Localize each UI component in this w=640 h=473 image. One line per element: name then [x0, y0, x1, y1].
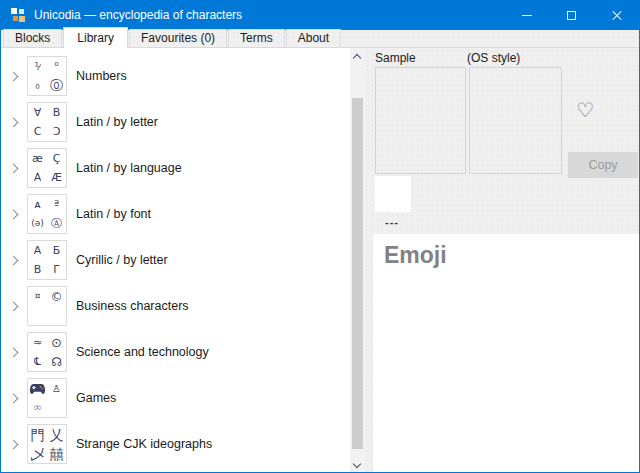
glyph: 乂 — [50, 428, 64, 442]
glyph: (ə) — [31, 219, 44, 228]
library-list: ⅟ ⁰ ₀ ⓪ Numbers ∀ Ḃ Ć Ɔ Latin / by lette… — [1, 48, 350, 472]
glyph: ª — [54, 199, 59, 210]
glyph: ᴀ — [34, 199, 41, 210]
list-item-label: Strange CJK ideographs — [76, 437, 212, 451]
category-icon-cjk: 門 乂 乄 囍 — [27, 424, 67, 464]
scroll-up-icon[interactable] — [353, 54, 361, 62]
gamepad-icon — [29, 383, 46, 395]
minimize-button[interactable] — [504, 0, 549, 30]
close-button[interactable] — [594, 0, 639, 30]
glyph: ≈ — [33, 337, 42, 348]
tab-about[interactable]: About — [286, 29, 341, 47]
os-style-label: (OS style) — [467, 51, 520, 65]
glyph: ⓪ — [50, 79, 63, 92]
glyph: ⅟ — [34, 61, 40, 72]
list-item-latin-by-language[interactable]: æ Ç Á Æ Latin / by language — [1, 145, 350, 191]
list-item-strange-cjk-ideographs[interactable]: 門 乂 乄 囍 Strange CJK ideographs — [1, 421, 350, 467]
glyph: Ɔ — [53, 126, 61, 137]
glyph: ♙ — [52, 384, 61, 394]
background-swatch — [375, 176, 411, 212]
list-scrollbar[interactable] — [350, 48, 365, 472]
list-item-label: Latin / by font — [76, 207, 151, 221]
chevron-right-icon[interactable] — [9, 163, 19, 173]
glyph: ¤ — [35, 292, 41, 301]
category-icon-games: ♙ ∞ — [27, 378, 67, 418]
scroll-down-icon[interactable] — [353, 460, 361, 468]
glyph: А́ — [34, 245, 42, 256]
list-item-label: Latin / by letter — [76, 115, 158, 129]
chevron-right-icon[interactable] — [9, 255, 19, 265]
favourite-heart-icon[interactable]: ♡ — [576, 100, 594, 120]
glyph: ∀ — [34, 107, 42, 118]
category-icon-latin-language: æ Ç Á Æ — [27, 148, 67, 188]
glyph: 囍 — [50, 447, 64, 461]
category-icon-latin-letter: ∀ Ḃ Ć Ɔ — [27, 102, 67, 142]
tab-library[interactable]: Library — [63, 27, 128, 48]
chevron-right-icon[interactable] — [9, 393, 19, 403]
maximize-icon — [567, 11, 576, 20]
chevron-right-icon[interactable] — [9, 439, 19, 449]
glyph: Б — [53, 245, 61, 256]
detail-panel: Sample (OS style) ♡ Copy --- Emoji — [365, 48, 639, 472]
glyph: 乄 — [31, 447, 45, 461]
list-item-label: Cyrillic / by letter — [76, 253, 168, 267]
list-item-label: Science and technology — [76, 345, 209, 359]
list-item-latin-by-letter[interactable]: ∀ Ḃ Ć Ɔ Latin / by letter — [1, 99, 350, 145]
list-item-cyrillic-by-letter[interactable]: А́ Б В Г Cyrillic / by letter — [1, 237, 350, 283]
list-item-latin-by-font[interactable]: ᴀ ª (ə) Ⓐ Latin / by font — [1, 191, 350, 237]
list-item-games[interactable]: ♙ ∞ Games — [1, 375, 350, 421]
code-placeholder: --- — [385, 216, 399, 228]
category-icon-latin-font: ᴀ ª (ə) Ⓐ — [27, 194, 67, 234]
chevron-right-icon[interactable] — [9, 301, 19, 311]
list-item-business-characters[interactable]: ¤ © Business characters — [1, 283, 350, 329]
maximize-button[interactable] — [549, 0, 594, 30]
description-panel: Emoji — [373, 234, 639, 472]
glyph: Ḃ — [53, 107, 61, 118]
app-logo-icon — [10, 7, 26, 23]
chevron-right-icon[interactable] — [9, 347, 19, 357]
category-heading: Emoji — [384, 242, 639, 269]
tab-blocks[interactable]: Blocks — [3, 29, 62, 47]
chevron-right-icon[interactable] — [9, 117, 19, 127]
sample-label: Sample — [375, 51, 416, 65]
glyph: Á — [34, 172, 42, 183]
os-style-preview-box — [469, 67, 562, 174]
list-item-numbers[interactable]: ⅟ ⁰ ₀ ⓪ Numbers — [1, 53, 350, 99]
glyph: ⊙ — [51, 336, 62, 349]
glyph: Æ — [51, 172, 62, 183]
glyph: Ç — [53, 153, 61, 164]
glyph: Ⓐ — [51, 218, 62, 229]
window-controls — [504, 0, 639, 30]
category-icon-business: ¤ © — [27, 286, 67, 326]
minimize-icon — [522, 15, 532, 16]
glyph: Ć — [34, 126, 42, 137]
scrollbar-thumb[interactable] — [352, 98, 363, 449]
glyph: ℄ — [34, 356, 41, 367]
glyph: ☊ — [51, 356, 62, 368]
glyph: В — [34, 264, 42, 275]
glyph: ⁰ — [54, 61, 58, 72]
tab-bar: Blocks Library Favourites (0) Terms Abou… — [1, 30, 639, 48]
glyph: æ — [32, 153, 43, 164]
window-title: Unicodia — encyclopedia of characters — [34, 8, 242, 22]
copy-button[interactable]: Copy — [568, 152, 638, 178]
category-icon-cyrillic: А́ Б В Г — [27, 240, 67, 280]
glyph: ₀ — [35, 80, 39, 91]
sample-preview-box — [375, 67, 466, 174]
list-item-label: Games — [76, 391, 116, 405]
category-icon-numbers: ⅟ ⁰ ₀ ⓪ — [27, 56, 67, 96]
glyph: 門 — [31, 428, 45, 442]
list-item-label: Numbers — [76, 69, 127, 83]
list-item-label: Latin / by language — [76, 161, 182, 175]
chevron-right-icon[interactable] — [9, 71, 19, 81]
tab-favourites[interactable]: Favourites (0) — [129, 29, 227, 47]
app-window: Unicodia — encyclopedia of characters Bl… — [0, 0, 640, 473]
chevron-right-icon[interactable] — [9, 209, 19, 219]
tab-terms[interactable]: Terms — [228, 29, 285, 47]
glyph: Г — [53, 264, 60, 275]
glyph: © — [51, 291, 63, 303]
list-item-science-and-technology[interactable]: ≈ ⊙ ℄ ☊ Science and technology — [1, 329, 350, 375]
list-item-label: Business characters — [76, 299, 189, 313]
category-icon-science: ≈ ⊙ ℄ ☊ — [27, 332, 67, 372]
titlebar[interactable]: Unicodia — encyclopedia of characters — [1, 0, 639, 30]
